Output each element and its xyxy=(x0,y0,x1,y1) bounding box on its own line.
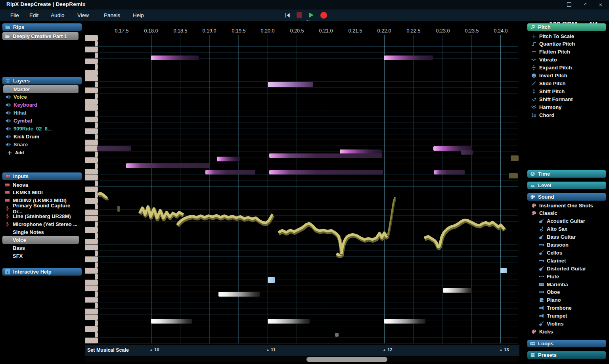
bar-marker-13[interactable]: ▲13 xyxy=(499,347,509,353)
bar-marker-11[interactable]: ▲11 xyxy=(266,347,276,353)
menu-help[interactable]: Help xyxy=(128,10,149,21)
bar-marker-12[interactable]: ▲12 xyxy=(383,347,393,353)
horizontal-scrollbar[interactable] xyxy=(85,356,519,362)
piano-key-white[interactable] xyxy=(85,169,98,175)
piano-key-white[interactable] xyxy=(85,46,98,52)
layer-item-909ride-02-8[interactable]: 909Ride_02_8... xyxy=(3,125,79,133)
presets-panel-header[interactable]: Presets xyxy=(527,351,606,359)
sound-item-oboe[interactable]: Oboe xyxy=(536,288,609,296)
pitch-tool-quantize-pitch[interactable]: Quantize Pitch xyxy=(529,40,606,48)
note[interactable] xyxy=(335,333,339,337)
pitch-tool-expand-pitch[interactable]: Expand Pitch xyxy=(529,64,606,72)
note[interactable] xyxy=(384,56,433,60)
sound-panel-header[interactable]: Sound xyxy=(527,193,606,201)
sound-item-acoustic-guitar[interactable]: Acoustic Guitar xyxy=(536,217,609,225)
note[interactable] xyxy=(205,170,255,174)
note[interactable] xyxy=(443,288,472,293)
bar-marker-10[interactable]: ▲10 xyxy=(149,347,159,353)
piano-key-white[interactable] xyxy=(85,297,98,303)
piano-key-white[interactable] xyxy=(85,117,98,123)
menu-audio[interactable]: Audio xyxy=(46,10,69,21)
pitch-tool-slide-pitch[interactable]: Slide Pitch xyxy=(529,80,606,88)
piano-key-white[interactable] xyxy=(85,186,98,192)
note[interactable] xyxy=(461,150,473,155)
note[interactable] xyxy=(218,292,260,297)
piano-key-black-row[interactable] xyxy=(95,64,98,70)
note[interactable] xyxy=(217,157,240,161)
sound-item-kicks[interactable]: Kicks xyxy=(529,328,604,335)
sound-item-bassoon[interactable]: Bassoon xyxy=(536,241,609,249)
input-item-voice[interactable]: Voice xyxy=(2,236,79,244)
skip-to-start-button[interactable] xyxy=(285,12,291,18)
piano-key-black-row[interactable] xyxy=(95,180,98,186)
rip-item-deeply-creative-part-1[interactable]: Deeply Creative Part 1 xyxy=(2,32,79,40)
piano-key-black-row[interactable] xyxy=(95,250,98,256)
piano-key-white[interactable] xyxy=(85,87,98,93)
piano-key-black-row[interactable] xyxy=(95,81,98,87)
pitch-panel-header[interactable]: Pitch xyxy=(527,23,606,31)
piano-key-black-row[interactable] xyxy=(95,320,98,326)
piano-key-black-row[interactable] xyxy=(95,151,98,157)
layer-item-cymbal[interactable]: Cymbal xyxy=(3,117,79,125)
layer-item-voice[interactable]: Voice xyxy=(3,93,79,101)
piano-key-white[interactable] xyxy=(85,128,98,134)
piano-key-black-row[interactable] xyxy=(95,122,98,128)
resize-button[interactable] xyxy=(580,1,590,9)
piano-key-black-row[interactable] xyxy=(95,134,98,140)
record-button[interactable] xyxy=(320,12,327,19)
piano-key-white[interactable] xyxy=(85,337,98,343)
menu-file[interactable]: File xyxy=(6,10,24,21)
piano-key-white[interactable] xyxy=(85,326,98,332)
minimize-button[interactable]: – xyxy=(547,1,557,9)
sound-item-alto-sax[interactable]: Alto Sax xyxy=(536,225,609,233)
layer-item-kick-drum[interactable]: Kick Drum xyxy=(3,132,79,140)
sound-item-bass-guitar[interactable]: Bass Guitar xyxy=(536,233,609,241)
piano-key-white[interactable] xyxy=(85,239,98,245)
piano-key-white[interactable] xyxy=(85,105,98,111)
menu-panels[interactable]: Panels xyxy=(99,10,125,21)
sound-item-trumpet[interactable]: Trumpet xyxy=(536,312,609,320)
layer-item-hihat[interactable]: Hihat xyxy=(3,109,79,117)
input-item-single-notes[interactable]: Single Notes xyxy=(2,228,79,236)
inputs-panel-header[interactable]: Inputs xyxy=(2,172,82,180)
input-item-microphone-yeti-stereo[interactable]: Microphone (Yeti Stereo ... xyxy=(2,220,79,228)
sound-item-trombone[interactable]: Trombone xyxy=(536,304,609,312)
pitch-tool-chord[interactable]: Chord xyxy=(529,111,606,119)
stop-button[interactable] xyxy=(297,12,302,18)
sound-item-piano[interactable]: Piano xyxy=(536,296,609,304)
sound-item-flute[interactable]: Flute xyxy=(536,272,609,280)
piano-key-white[interactable] xyxy=(85,140,98,146)
input-item-lkmk3-midi[interactable]: LKMK3 MIDI xyxy=(2,189,79,197)
pitch-tool-shift-formant[interactable]: Shift Formant xyxy=(529,96,606,103)
pitch-tool-invert-pitch[interactable]: Invert Pitch xyxy=(529,72,606,80)
piano-key-white[interactable] xyxy=(85,209,98,215)
note[interactable] xyxy=(500,268,507,273)
piano-key-white[interactable] xyxy=(85,76,98,82)
menu-edit[interactable]: Edit xyxy=(25,10,43,21)
sound-item-cellos[interactable]: Cellos xyxy=(536,249,609,257)
sound-item-classic[interactable]: Classic xyxy=(529,209,604,217)
piano-key-white[interactable] xyxy=(85,58,98,64)
piano-key-white[interactable] xyxy=(85,157,98,163)
piano-key-white[interactable] xyxy=(85,314,98,320)
piano-key-white[interactable] xyxy=(85,285,98,291)
piano-key-white[interactable] xyxy=(85,198,98,204)
piano-key-white[interactable] xyxy=(85,308,98,314)
layer-item-snare[interactable]: Snare xyxy=(3,140,79,148)
layer-item-keyboard[interactable]: Keyboard xyxy=(3,101,79,109)
sound-item-marimba[interactable]: Marimba xyxy=(536,280,609,288)
sound-item-violins[interactable]: Violins xyxy=(536,320,609,328)
note[interactable] xyxy=(151,56,199,60)
piano-key-black-row[interactable] xyxy=(95,192,98,198)
note[interactable] xyxy=(117,206,120,212)
note[interactable] xyxy=(384,319,425,324)
piano-key-black-row[interactable] xyxy=(95,262,98,268)
time-panel-header[interactable]: Time xyxy=(527,170,606,178)
rips-panel-header[interactable]: Rips xyxy=(2,23,82,31)
piano-key-black-row[interactable] xyxy=(95,52,98,58)
pitch-tool-shift-pitch[interactable]: Shift Pitch xyxy=(529,88,606,96)
input-item-primary-sound-capture-dr[interactable]: Primary Sound Capture Dr... xyxy=(2,205,79,213)
input-item-line-steinberg-ur28m[interactable]: Line (Steinberg UR28M) xyxy=(2,213,79,220)
piano-key-black-row[interactable] xyxy=(95,221,98,227)
piano-key-black-row[interactable] xyxy=(95,41,98,47)
